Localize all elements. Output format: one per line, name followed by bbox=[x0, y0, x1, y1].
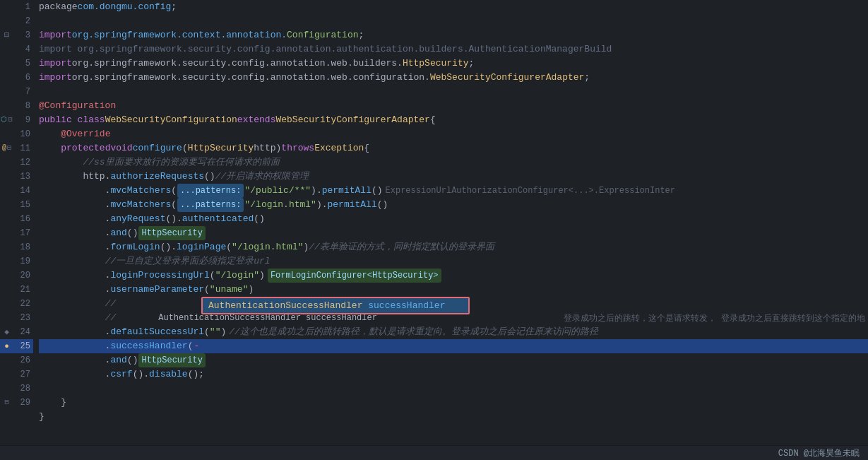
code-line-9: public class WebSecurityConfiguration ex… bbox=[39, 113, 868, 127]
fold-icon-9[interactable]: ⊟ bbox=[8, 113, 12, 127]
line-num-16: 16 bbox=[16, 212, 30, 226]
code-line-18: .formLogin().loginPage("/login.html")//表… bbox=[39, 240, 868, 254]
code-line-8: @Configuration bbox=[39, 99, 868, 113]
code-line-14: .mvcMatchers(...patterns: "/public/**").… bbox=[39, 184, 868, 198]
code-line-15: .mvcMatchers(...patterns: "/login.html")… bbox=[39, 198, 868, 212]
editor-container: 1 2 ⊟3 4 5 6 7 8 ⬡ ⊟ 9 10 @ ⊟ 11 12 13 1… bbox=[0, 0, 868, 445]
line-num-10: 10 bbox=[16, 127, 30, 141]
code-line-11: protected void configure(HttpSecurity ht… bbox=[39, 141, 868, 155]
line-num-1: 1 bbox=[16, 0, 30, 14]
code-line-2 bbox=[39, 14, 868, 28]
code-line-28 bbox=[39, 382, 868, 396]
fold-icon-3[interactable]: ⊟ bbox=[0, 28, 13, 42]
line-num-25: 25 bbox=[16, 339, 30, 353]
line-num-11: 11 bbox=[16, 141, 30, 155]
line-num-22: 22 bbox=[16, 297, 30, 311]
autocomplete-item-selected[interactable]: AuthenticationSuccessHandler successHand… bbox=[203, 298, 468, 313]
line-num-26: 26 bbox=[16, 353, 30, 367]
brand-label: CSDN @北海昊鱼未眠 bbox=[778, 447, 860, 459]
fold-icon-29[interactable]: ⊟ bbox=[4, 396, 8, 410]
line-num-6: 6 bbox=[16, 71, 30, 85]
code-line-24: .defaultSuccessUrl("") //这个也是成功之后的跳转路径，默… bbox=[39, 325, 868, 339]
line-num-18: 18 bbox=[16, 240, 30, 254]
code-line-17: .and() HttpSecurity bbox=[39, 226, 868, 240]
code-line-19: //一旦自定义登录界面必须指定登录url bbox=[39, 254, 868, 269]
status-bar: CSDN @北海昊鱼未眠 bbox=[0, 445, 868, 460]
line-num-21: 21 bbox=[16, 283, 30, 297]
line-num-28: 28 bbox=[16, 382, 30, 396]
code-line-5: import org.springframework.security.conf… bbox=[39, 57, 868, 71]
line-num-4: 4 bbox=[16, 42, 30, 57]
line-num-29: 29 bbox=[16, 396, 30, 410]
line-num-19: 19 bbox=[16, 254, 30, 269]
right-comment-success: 登录成功之后的跳转，这个是请求转发， 登录成功之后直接跳转到这个指定的地 bbox=[561, 311, 868, 326]
line-num-12: 12 bbox=[16, 155, 30, 170]
code-area: package com.dongmu.config; import org.sp… bbox=[39, 0, 868, 445]
line-num-9: 9 bbox=[16, 113, 30, 127]
code-line-21: .usernameParameter("uname") bbox=[39, 283, 868, 297]
line-gutter: 1 2 ⊟3 4 5 6 7 8 ⬡ ⊟ 9 10 @ ⊟ 11 12 13 1… bbox=[0, 0, 39, 445]
autocomplete-method: successHandler bbox=[368, 300, 445, 311]
line-num-13: 13 bbox=[16, 170, 30, 184]
warning-icon-25: ● bbox=[4, 339, 9, 353]
code-line-20: .loginProcessingUrl("/login") FormLoginC… bbox=[39, 269, 868, 283]
line-num-7: 7 bbox=[16, 85, 30, 99]
autocomplete-popup[interactable]: AuthenticationSuccessHandler successHand… bbox=[201, 297, 470, 314]
line-num-2: 2 bbox=[16, 14, 30, 28]
code-line-10: @Override bbox=[39, 127, 868, 141]
code-line-1: package com.dongmu.config; bbox=[39, 0, 868, 14]
code-line-13: http.authorizeRequests()//开启请求的权限管理 bbox=[39, 170, 868, 184]
line-num-23: 23 bbox=[16, 311, 30, 325]
code-line-12: //ss里面要求放行的资源要写在任何请求的前面 bbox=[39, 155, 868, 170]
bookmark-icon-24: ◆ bbox=[4, 325, 9, 339]
line-num-14: 14 bbox=[16, 184, 30, 198]
code-line-16: .anyRequest().authenticated() bbox=[39, 212, 868, 226]
code-line-25: .successHandler( - bbox=[39, 339, 868, 353]
line-num-15: 15 bbox=[16, 198, 30, 212]
csdk-icon: ⬡ bbox=[1, 113, 7, 127]
fold-icon-11[interactable]: ⊟ bbox=[7, 141, 11, 155]
line-num-5: 5 bbox=[16, 57, 30, 71]
code-line-26: .and() HttpSecurity bbox=[39, 353, 868, 367]
code-line-30: } bbox=[39, 410, 868, 424]
line-num-8: 8 bbox=[16, 99, 30, 113]
code-line-7 bbox=[39, 85, 868, 99]
line-num-17: 17 bbox=[16, 226, 30, 240]
code-line-27: .csrf().disable(); bbox=[39, 367, 868, 382]
line-num-27: 27 bbox=[16, 367, 30, 382]
code-line-4: import org.springframework.security.conf… bbox=[39, 42, 868, 57]
line-num-24: 24 bbox=[16, 325, 30, 339]
at-icon: @ bbox=[2, 141, 6, 155]
code-line-6: import org.springframework.security.conf… bbox=[39, 71, 868, 85]
line-num-3: 3 bbox=[16, 28, 30, 42]
code-line-29: } bbox=[39, 396, 868, 410]
code-line-3: import org.springframework.context.annot… bbox=[39, 28, 868, 42]
autocomplete-type: AuthenticationSuccessHandler bbox=[208, 300, 362, 311]
line-num-20: 20 bbox=[16, 269, 30, 283]
